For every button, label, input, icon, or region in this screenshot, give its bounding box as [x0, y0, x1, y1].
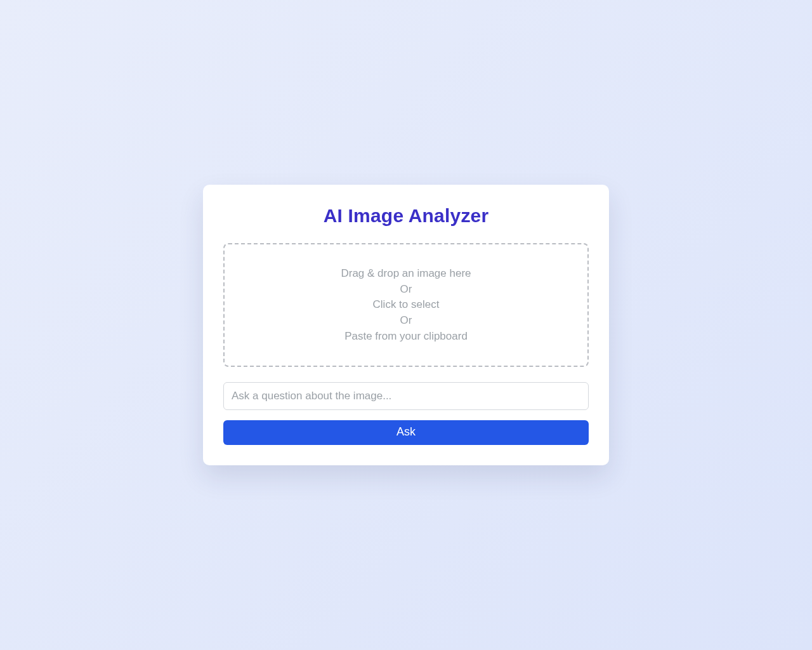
ask-button[interactable]: Ask: [223, 420, 589, 445]
page-title: AI Image Analyzer: [223, 205, 589, 227]
dropzone-line-or-2: Or: [235, 313, 577, 329]
dropzone-line-click: Click to select: [235, 297, 577, 313]
dropzone-line-paste: Paste from your clipboard: [235, 329, 577, 345]
image-dropzone[interactable]: Drag & drop an image here Or Click to se…: [223, 243, 589, 367]
question-input[interactable]: [223, 382, 589, 410]
analyzer-card: AI Image Analyzer Drag & drop an image h…: [203, 185, 609, 465]
dropzone-line-or-1: Or: [235, 282, 577, 298]
dropzone-line-drag: Drag & drop an image here: [235, 266, 577, 282]
